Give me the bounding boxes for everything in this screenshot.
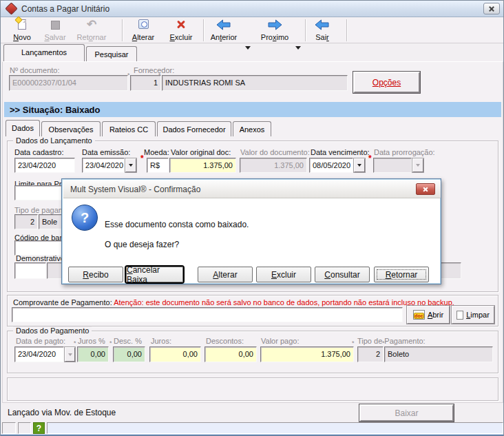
data-emissao-dropdown[interactable] [125,158,136,172]
note-marker-icon: * [352,340,355,346]
data-vencimento-field[interactable]: 08/05/2020 [309,158,353,173]
alterar-button[interactable]: Alterar [198,267,253,282]
numero-documento-field: E000002307/01/04 [9,75,128,91]
fornecedor-label: Fornecedor: [134,66,174,74]
data-emissao-field[interactable]: 23/04/2020 [82,158,125,173]
tipo-pagamento-label: Tipo de pagam [14,206,65,214]
juros-label: Juros: [151,337,171,345]
dados-pagamento-group: Dados do Pagamento Data de pagto: Juros … [7,331,498,373]
toolbar-salvar-button: Salvar [39,18,71,42]
tab-pesquisar[interactable]: Pesquisar [86,46,137,61]
baixar-label: Baixar [395,408,418,418]
data-cadastro-field[interactable]: 23/04/2020 [14,158,75,173]
recibo-button[interactable]: Recibo [68,267,123,282]
dialog-close-button[interactable] [416,183,435,195]
tab-dados-label: Dados [12,124,34,132]
excluir-label: Excluir [271,270,296,280]
tab-pesquisar-label: Pesquisar [95,50,129,59]
status-panel [18,422,31,434]
arrow-left-icon [216,19,231,30]
valor-pago-label: Valor pago: [261,337,299,345]
comprovante-path-field[interactable] [12,307,403,322]
cancelar-baixa-button[interactable]: Cancelar Baixa [126,267,183,282]
toolbar-alterar-button[interactable]: Alterar [126,18,160,42]
toolbar-anterior-button[interactable]: Anterior [207,18,240,42]
data-vencimento-label: Data vencimento: [311,148,370,156]
app-icon [5,2,17,14]
tab-lancamentos[interactable]: Lançamentos [3,44,85,61]
recibo-label: Recibo [83,270,108,280]
tipo-pagamento-label: Tipo de Pagamento: [357,337,426,345]
comprovante-group: Comprovante de Pagamento: Atenção: este … [7,295,498,326]
excluir-button[interactable]: Excluir [256,267,311,282]
valor-documento-field: 1.375,00 [240,158,307,173]
data-pagto-dropdown [65,347,75,362]
tab-lancamentos-label: Lançamentos [21,48,67,56]
situacao-bar: >> Situação: Baixado [4,102,501,117]
tab-observacoes[interactable]: Observações [41,121,101,136]
close-icon [484,3,499,14]
tab-rateios-cc[interactable]: Rateios CC [102,121,156,136]
opcoes-button[interactable]: Opções [353,72,420,93]
status-panel-wide [47,422,503,434]
chevron-down-icon [245,46,251,50]
question-icon: ? [72,205,98,231]
toolbar-separator [305,19,306,41]
moeda-field[interactable]: R$ [147,158,169,173]
limpar-button[interactable]: Limpar [452,306,494,324]
fornecedor-codigo-field: 1 [130,75,161,91]
toolbar-sair-button[interactable]: Sair [311,18,334,42]
toolbar-alterar-label: Alterar [132,33,154,41]
toolbar-excluir-label: Excluir [169,33,192,41]
tab-anexos[interactable]: Anexos [233,121,271,136]
consultar-button[interactable]: Consultar [315,267,370,282]
delete-x-icon [176,19,187,30]
data-cadastro-label: Data cadastro: [14,148,64,156]
valor-original-label: Valor original doc: [171,148,231,156]
confirmation-dialog: Mult System Visual® - Confirmação ? Esse… [61,178,441,284]
note-marker-icon: * [74,340,76,346]
proximo-dropdown-arrow[interactable] [295,46,301,50]
abrir-label: Abrir [428,311,443,319]
blank-page-icon [456,311,463,320]
data-pagto-label: Data de pagto: [16,337,65,345]
retornar-button[interactable]: Retornar [374,267,429,282]
toolbar-novo-button[interactable]: Novo [6,18,38,42]
arrow-left-icon [315,19,330,30]
descontos-field: 0,00 [204,346,257,362]
toolbar-sair-label: Sair [315,33,329,41]
abrir-button[interactable]: doc Abrir [407,306,450,324]
save-icon [51,21,60,30]
fornecedor-nome-field: INDUSTRIAS ROMI SA [162,75,348,91]
toolbar-retornar-label: Retornar [77,33,107,41]
help-icon[interactable]: ? [33,422,45,434]
toolbar: Novo Salvar ↶ Retornar Alterar Excluir A… [1,17,503,43]
dialog-message-line1: Esse documento consta como baixado. [105,220,249,229]
edit-clock-icon [138,19,149,29]
data-vencimento-dropdown[interactable] [354,158,365,172]
tipo-pagamento-codigo-field: 2 [14,214,38,229]
descontos-label: Descontos: [206,337,244,345]
chevron-down-icon [416,164,420,167]
tipo-pagamento-nome-field: Boleto [384,346,493,362]
note-marker-icon: * [109,340,112,346]
toolbar-proximo-button[interactable]: Proximo [258,18,291,42]
data-prorrogacao-field [373,158,412,173]
doc-badge-label: doc [414,313,424,319]
window-title: Contas a Pagar Unitário [21,4,109,14]
dialog-title: Mult System Visual® - Confirmação [70,185,200,194]
valor-original-field[interactable]: 1.375,00 [169,158,236,173]
tab-anexos-label: Anexos [240,125,265,134]
toolbar-salvar-label: Salvar [44,33,65,41]
demonstrativo-codigo-field[interactable] [14,262,46,279]
footer-info: Lançado via Mov. de Estoque [8,408,116,417]
toolbar-excluir-button[interactable]: Excluir [165,18,198,42]
toolbar-novo-label: Novo [13,33,31,41]
anterior-dropdown-arrow[interactable] [245,46,251,50]
alterar-label: Alterar [213,270,237,280]
tab-dados-fornecedor[interactable]: Dados Fornecedor [157,121,231,136]
window-close-button[interactable] [483,3,500,14]
retornar-label: Retornar [386,270,418,280]
undo-arrow-icon: ↶ [87,19,96,30]
tab-dados[interactable]: Dados [6,120,40,136]
